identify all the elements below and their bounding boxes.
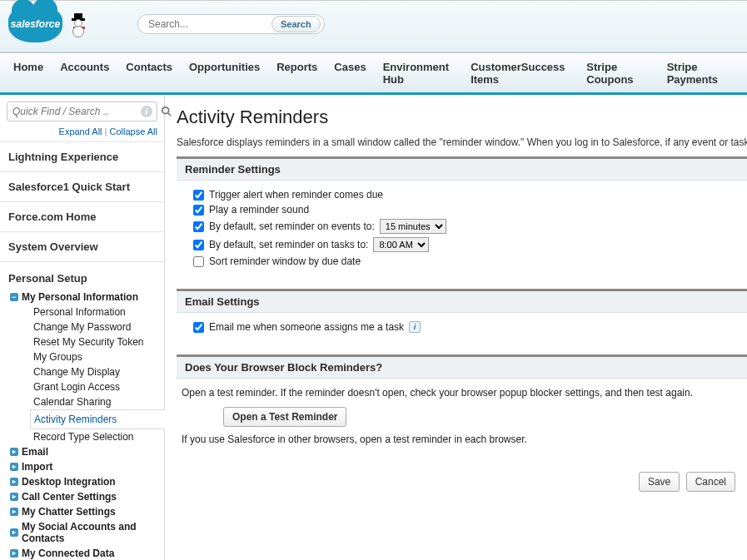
tree-call-center-settings[interactable]: Call Center Settings: [0, 489, 164, 504]
quick-find-input[interactable]: [7, 102, 157, 121]
tree-label: Desktop Integration: [22, 476, 116, 488]
browser-block-panel: Does Your Browser Block Reminders? Open …: [177, 354, 747, 455]
trigger-alert-label: Trigger alert when reminder comes due: [209, 189, 383, 201]
page-title: Activity Reminders: [177, 107, 747, 128]
tab-cases[interactable]: Cases: [326, 53, 374, 92]
email-settings-panel: Email Settings Email me when someone ass…: [177, 289, 747, 344]
nav-calendar-sharing[interactable]: Calendar Sharing: [30, 394, 164, 409]
tab-customersuccess-items[interactable]: CustomerSuccess Items: [462, 53, 578, 92]
tree-label: My Social Accounts and Contacts: [22, 521, 159, 544]
app-header: salesforce Search: [0, 0, 747, 52]
tree-label: My Chatter Settings: [22, 506, 116, 518]
sidebar-lightning-experience[interactable]: Lightning Experience: [0, 141, 164, 171]
play-sound-label: Play a reminder sound: [209, 204, 309, 216]
expand-icon[interactable]: [10, 549, 18, 558]
main-tab-bar: Home Accounts Contacts Opportunities Rep…: [0, 52, 747, 95]
sidebar-system-overview[interactable]: System Overview: [0, 231, 164, 261]
tab-accounts[interactable]: Accounts: [52, 53, 117, 92]
expand-icon[interactable]: [10, 528, 18, 537]
info-icon[interactable]: i: [409, 321, 421, 333]
default-events-label: By default, set reminder on events to:: [209, 221, 375, 232]
reminder-settings-heading: Reminder Settings: [177, 159, 747, 181]
events-reminder-select[interactable]: 15 minutes: [380, 219, 446, 234]
tab-reports[interactable]: Reports: [268, 53, 326, 92]
browser-block-heading: Does Your Browser Block Reminders?: [177, 357, 747, 379]
salesforce-logo: salesforce: [8, 6, 62, 42]
nav-my-groups[interactable]: My Groups: [30, 349, 164, 364]
default-events-checkbox[interactable]: [193, 221, 204, 232]
default-tasks-label: By default, set reminder on tasks to:: [209, 239, 368, 250]
tab-stripe-payments[interactable]: Stripe Payments: [659, 53, 742, 92]
open-test-reminder-button[interactable]: Open a Test Reminder: [223, 407, 346, 427]
tree-my-personal-information[interactable]: My Personal Information: [0, 290, 164, 305]
setup-sidebar: i Expand All | Collapse All Lightning Ex…: [0, 95, 165, 560]
main-content: Activity Reminders Salesforce displays r…: [165, 95, 747, 560]
browser-block-text-1: Open a test reminder. If the reminder do…: [182, 385, 744, 402]
tree-my-connected-data[interactable]: My Connected Data: [0, 546, 164, 560]
tab-home[interactable]: Home: [5, 53, 52, 92]
footer-buttons: Save Cancel: [177, 465, 747, 508]
expand-all-link[interactable]: Expand All: [59, 126, 102, 136]
expand-icon[interactable]: [10, 448, 18, 456]
play-sound-checkbox[interactable]: [193, 205, 204, 216]
expand-icon[interactable]: [10, 508, 18, 516]
trigger-alert-checkbox[interactable]: [193, 190, 204, 201]
sidebar-personal-setup-heading: Personal Setup: [0, 261, 164, 290]
snowman-mascot-icon: [69, 7, 87, 41]
salesforce-logo-text: salesforce: [11, 18, 60, 30]
expand-icon[interactable]: [10, 463, 18, 471]
browser-block-text-2: If you use Salesforce in other browsers,…: [182, 434, 744, 445]
email-assign-label: Email me when someone assigns me a task: [209, 321, 404, 333]
nav-change-my-password[interactable]: Change My Password: [30, 320, 164, 335]
tree-email[interactable]: Email: [0, 444, 164, 459]
sidebar-forcecom-home[interactable]: Force.com Home: [0, 201, 164, 231]
help-icon[interactable]: i: [141, 106, 152, 117]
reminder-settings-panel: Reminder Settings Trigger alert when rem…: [177, 156, 747, 279]
tree-label: Import: [22, 461, 52, 473]
sort-by-due-date-checkbox[interactable]: [193, 256, 204, 267]
global-search-input[interactable]: [147, 17, 271, 31]
nav-grant-login-access[interactable]: Grant Login Access: [30, 379, 164, 394]
collapse-all-link[interactable]: Collapse All: [110, 126, 157, 136]
collapse-icon[interactable]: [10, 293, 18, 301]
tree-label: Email: [22, 446, 48, 458]
save-button[interactable]: Save: [639, 472, 680, 492]
tree-desktop-integration[interactable]: Desktop Integration: [0, 474, 164, 489]
tree-my-chatter-settings[interactable]: My Chatter Settings: [0, 504, 164, 519]
tree-my-social-accounts[interactable]: My Social Accounts and Contacts: [0, 519, 164, 546]
tab-contacts[interactable]: Contacts: [117, 53, 181, 92]
tab-opportunities[interactable]: Opportunities: [181, 53, 268, 92]
global-search: Search: [137, 14, 325, 34]
tree-import[interactable]: Import: [0, 459, 164, 474]
tree-label: Call Center Settings: [22, 491, 117, 503]
cancel-button[interactable]: Cancel: [686, 472, 735, 492]
nav-activity-reminders[interactable]: Activity Reminders: [30, 409, 165, 429]
nav-reset-security-token[interactable]: Reset My Security Token: [30, 335, 164, 349]
page-intro-text: Salesforce displays reminders in a small…: [177, 136, 747, 148]
nav-personal-information[interactable]: Personal Information: [30, 305, 164, 320]
tab-environment-hub[interactable]: Environment Hub: [375, 53, 462, 92]
nav-change-my-display[interactable]: Change My Display: [30, 364, 164, 379]
tree-label: My Personal Information: [22, 291, 138, 303]
tab-stripe-coupons[interactable]: Stripe Coupons: [578, 53, 658, 92]
sort-by-due-date-label: Sort reminder window by due date: [209, 255, 361, 267]
default-tasks-checkbox[interactable]: [193, 240, 204, 250]
global-search-button[interactable]: Search: [271, 16, 321, 32]
tasks-reminder-select[interactable]: 8:00 AM: [373, 237, 429, 252]
tree-label: My Connected Data: [22, 548, 114, 559]
email-assign-checkbox[interactable]: [193, 322, 204, 333]
email-settings-heading: Email Settings: [177, 291, 747, 313]
expand-icon[interactable]: [10, 493, 18, 501]
expand-icon[interactable]: [10, 478, 18, 486]
nav-record-type-selection[interactable]: Record Type Selection: [30, 429, 164, 444]
sidebar-salesforce1-quick-start[interactable]: Salesforce1 Quick Start: [0, 171, 164, 201]
